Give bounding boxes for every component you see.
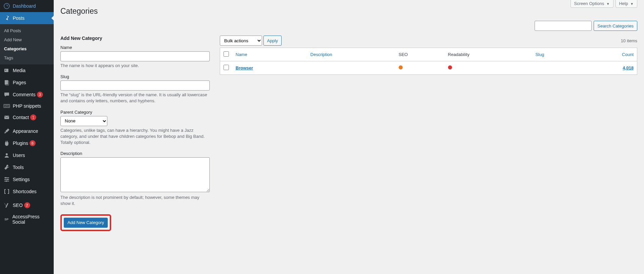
bulk-actions-select[interactable]: Bulk actions	[220, 36, 262, 46]
tablenav-top: Bulk actions Apply 10 items	[220, 36, 637, 46]
svg-point-7	[5, 177, 6, 178]
menu-dashboard[interactable]: Dashboard	[0, 0, 54, 12]
field-slug: Slug The “slug” is the URL-friendly vers…	[60, 74, 210, 104]
parent-label: Parent Category	[60, 110, 210, 115]
menu-label: Comments	[13, 92, 36, 97]
col-description[interactable]: Description	[307, 48, 395, 61]
categories-table: Name Description SEO Readability Slug Co…	[220, 48, 637, 75]
menu-comments[interactable]: Comments 3	[0, 89, 54, 101]
submenu-add-new[interactable]: Add New	[0, 35, 54, 44]
menu-shortcodes[interactable]: Shortcodes	[0, 185, 54, 198]
menu-label: Media	[13, 68, 26, 73]
screen-options-label: Screen Options	[574, 1, 604, 6]
field-description: Description The description is not promi…	[60, 151, 210, 207]
svg-point-2	[5, 70, 6, 71]
menu-plugins[interactable]: Plugins 8	[0, 137, 54, 149]
sp-icon: SP	[3, 216, 10, 223]
menu-label: Tools	[13, 165, 24, 170]
col-seo: SEO	[395, 48, 445, 61]
menu-label: Plugins	[13, 141, 28, 146]
add-category-submit-button[interactable]: Add New Category	[64, 218, 108, 228]
mail-icon	[3, 114, 10, 121]
svg-rect-1	[4, 69, 8, 72]
help-label: Help	[619, 1, 628, 6]
users-icon	[3, 152, 10, 159]
menu-label: Settings	[13, 177, 30, 182]
brush-icon	[3, 128, 10, 134]
svg-rect-5	[4, 116, 9, 119]
comments-badge: 3	[37, 92, 43, 98]
menu-posts[interactable]: Posts	[0, 12, 54, 24]
menu-settings[interactable]: Settings	[0, 173, 54, 185]
submenu-categories[interactable]: Categories	[0, 44, 54, 53]
menu-pages[interactable]: Pages	[0, 76, 54, 89]
row-readability	[445, 61, 532, 75]
categories-list-panel: Bulk actions Apply 10 items Name Descrip…	[220, 36, 637, 75]
search-categories-input[interactable]	[535, 21, 592, 31]
menu-label: PHP snippets	[13, 103, 41, 109]
slug-label: Slug	[60, 74, 210, 79]
slug-input[interactable]	[60, 80, 210, 91]
bulk-apply-button[interactable]: Apply	[263, 36, 282, 46]
submenu-all-posts[interactable]: All Posts	[0, 26, 54, 35]
col-slug[interactable]: Slug	[532, 48, 580, 61]
menu-users[interactable]: Users	[0, 149, 54, 161]
col-readability: Readability	[445, 48, 532, 61]
pin-icon	[3, 15, 10, 21]
search-categories-button[interactable]: Search Categories	[594, 21, 637, 31]
screen-options-button[interactable]: Screen Options ▼	[571, 0, 613, 8]
menu-seo[interactable]: SEO 2	[0, 199, 54, 211]
bulk-actions: Bulk actions Apply	[220, 36, 282, 46]
menu-label: Users	[13, 153, 25, 158]
seo-dot-icon	[399, 65, 403, 69]
name-input[interactable]	[60, 51, 210, 61]
menu-label: Pages	[13, 80, 26, 85]
description-textarea[interactable]	[60, 157, 210, 192]
menu-media[interactable]: Media	[0, 64, 54, 76]
row-count-link[interactable]: 4,018	[623, 65, 634, 70]
parent-select[interactable]: None	[60, 116, 107, 126]
svg-point-9	[6, 180, 7, 182]
yoast-icon	[3, 202, 10, 209]
description-label: Description	[60, 151, 210, 156]
sliders-icon	[3, 176, 10, 183]
comments-icon	[3, 91, 10, 98]
menu-accesspress[interactable]: SP AccessPress Social	[0, 211, 54, 227]
menu-label: Appearance	[13, 128, 38, 134]
col-description-label: Description	[310, 52, 332, 57]
posts-submenu: All Posts Add New Categories Tags	[0, 24, 54, 64]
menu-tools[interactable]: Tools	[0, 161, 54, 173]
svg-point-6	[6, 153, 8, 155]
row-seo	[395, 61, 445, 75]
page-title: Categories	[60, 0, 637, 21]
wrench-icon	[3, 164, 10, 171]
menu-php-snippets[interactable]: PHP PHP snippets	[0, 101, 54, 111]
menu-label: Contact	[13, 115, 29, 120]
add-category-form: Add New Category Name The name is how it…	[60, 36, 210, 231]
col-count-label: Count	[622, 52, 634, 57]
form-title: Add New Category	[60, 36, 210, 41]
svg-point-0	[4, 3, 9, 9]
plug-icon	[3, 140, 10, 147]
menu-label: AccessPress Social	[12, 214, 51, 225]
menu-contact[interactable]: Contact 1	[0, 111, 54, 123]
row-checkbox[interactable]	[224, 65, 229, 70]
col-count[interactable]: Count	[580, 48, 637, 61]
name-label: Name	[60, 45, 210, 50]
highlight-annotation: Add New Category	[60, 214, 111, 231]
select-all-checkbox[interactable]	[224, 51, 229, 57]
submenu-tags[interactable]: Tags	[0, 53, 54, 62]
items-count: 10 items	[621, 38, 637, 43]
help-button[interactable]: Help ▼	[615, 0, 637, 8]
col-name[interactable]: Name	[232, 48, 307, 61]
name-help: The name is how it appears on your site.	[60, 63, 210, 69]
col-slug-label: Slug	[535, 52, 544, 57]
menu-appearance[interactable]: Appearance	[0, 125, 54, 137]
php-icon: PHP	[3, 104, 10, 108]
screen-meta-links: Screen Options ▼ Help ▼	[571, 0, 637, 8]
main-content: Screen Options ▼ Help ▼ Categories Searc…	[54, 0, 644, 274]
row-name-link[interactable]: Browser	[236, 65, 253, 70]
menu-label: Posts	[13, 15, 24, 21]
parent-help: Categories, unlike tags, can have a hier…	[60, 127, 210, 146]
field-parent: Parent Category None Categories, unlike …	[60, 110, 210, 146]
